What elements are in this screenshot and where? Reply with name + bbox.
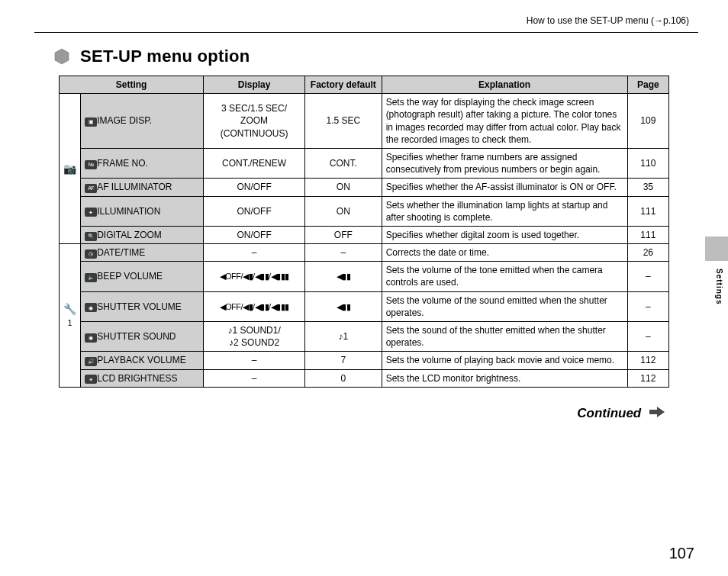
setting-cell: №FRAME NO. xyxy=(81,148,204,178)
col-setting: Setting xyxy=(60,76,204,94)
category-camera-icon: 📷 xyxy=(60,94,81,244)
table-row: ✦ILLUMINATIONON/OFFONSets whether the il… xyxy=(60,196,669,226)
setting-name: AF ILLUMINATOR xyxy=(97,182,172,192)
table-row: 🔧1◷DATE/TIME––Corrects the date or time.… xyxy=(60,244,669,262)
setting-name: PLAYBACK VOLUME xyxy=(97,355,185,365)
page-cell: 111 xyxy=(627,226,668,243)
setting-icon: 🔊 xyxy=(85,357,97,366)
explanation-cell: Specifies whether the AF-assist illumina… xyxy=(382,179,627,196)
explanation-cell: Sets the sound of the shutter emitted wh… xyxy=(382,322,627,352)
table-row: 🔈BEEP VOLUME◀OFF/◀▮/◀▮▮/◀▮▮▮◀▮▮Sets the … xyxy=(60,262,669,291)
setting-name: BEEP VOLUME xyxy=(97,271,163,282)
hexagon-icon xyxy=(54,48,69,65)
setting-cell: ◉SHUTTER SOUND xyxy=(81,322,204,352)
setting-name: DIGITAL ZOOM xyxy=(97,230,162,240)
display-cell: ◀OFF/◀▮/◀▮▮/◀▮▮▮ xyxy=(204,291,305,321)
setting-name: ILLUMINATION xyxy=(97,206,160,217)
default-cell: 0 xyxy=(305,369,382,387)
default-cell: ON xyxy=(305,196,382,226)
default-cell: 1.5 SEC xyxy=(305,94,382,149)
arrow-right-icon xyxy=(649,406,665,421)
setting-name: DATE/TIME xyxy=(97,247,145,258)
explanation-cell: Sets the volume of the sound emitted whe… xyxy=(382,291,627,321)
col-page: Page xyxy=(627,76,668,94)
setting-name: IMAGE DISP. xyxy=(97,115,152,126)
setting-icon: AF xyxy=(85,184,97,193)
table-row: 🔊PLAYBACK VOLUME–7Sets the volume of pla… xyxy=(60,352,669,369)
setting-cell: 🔈BEEP VOLUME xyxy=(81,262,204,291)
display-cell: ◀OFF/◀▮/◀▮▮/◀▮▮▮ xyxy=(204,262,305,291)
default-cell: 7 xyxy=(305,352,382,369)
display-cell: ♪1 SOUND1/♪2 SOUND2 xyxy=(204,322,305,352)
setting-cell: ☀LCD BRIGHTNESS xyxy=(81,369,204,387)
setting-name: LCD BRIGHTNESS xyxy=(97,373,177,384)
page-cell: – xyxy=(627,262,668,291)
display-cell: – xyxy=(204,352,305,369)
explanation-cell: Specifies whether digital zoom is used t… xyxy=(382,226,627,243)
default-cell: ◀▮▮ xyxy=(305,262,382,291)
setting-cell: AFAF ILLUMINATOR xyxy=(81,179,204,196)
table-row: ☀LCD BRIGHTNESS–0Sets the LCD monitor br… xyxy=(60,369,669,387)
default-cell: – xyxy=(305,244,382,262)
setting-cell: ✦ILLUMINATION xyxy=(81,196,204,226)
explanation-cell: Specifies whether frame numbers are assi… xyxy=(382,148,627,178)
setting-cell: ◷DATE/TIME xyxy=(81,244,204,262)
setting-icon: ◷ xyxy=(85,249,97,259)
display-cell: 3 SEC/1.5 SEC/ZOOM (CONTINUOUS) xyxy=(204,94,305,149)
table-row: 📷▣IMAGE DISP.3 SEC/1.5 SEC/ZOOM (CONTINU… xyxy=(60,94,669,149)
setting-name: FRAME NO. xyxy=(97,158,148,169)
setting-icon: ☀ xyxy=(85,375,97,384)
category-wrench-icon: 🔧1 xyxy=(60,244,81,388)
svg-marker-1 xyxy=(649,407,665,417)
display-cell: CONT./RENEW xyxy=(204,148,305,178)
setting-icon: 🔍 xyxy=(85,232,97,241)
table-row: ◉SHUTTER SOUND♪1 SOUND1/♪2 SOUND2♪1Sets … xyxy=(60,322,669,352)
explanation-cell: Corrects the date or time. xyxy=(382,244,627,262)
page-cell: 35 xyxy=(627,179,668,196)
page-cell: 109 xyxy=(627,94,668,149)
display-cell: ON/OFF xyxy=(204,226,305,243)
side-label-settings: Settings xyxy=(715,269,723,304)
default-cell: CONT. xyxy=(305,148,382,178)
side-tab xyxy=(705,237,728,261)
display-cell: – xyxy=(204,369,305,387)
page-cell: 112 xyxy=(627,369,668,387)
setting-name: SHUTTER VOLUME xyxy=(97,301,182,312)
col-default: Factory default xyxy=(305,76,382,94)
setting-icon: № xyxy=(85,160,97,169)
setting-cell: ▣IMAGE DISP. xyxy=(81,94,204,149)
setting-name: SHUTTER SOUND xyxy=(97,331,176,342)
setting-icon: ✦ xyxy=(85,208,97,217)
explanation-cell: Sets the way for displaying the check im… xyxy=(382,94,627,149)
display-cell: – xyxy=(204,244,305,262)
page-cell: 26 xyxy=(627,244,668,262)
default-cell: ♪1 xyxy=(305,322,382,352)
header-reference: How to use the SET-UP menu (→p.106) xyxy=(34,15,698,26)
table-row: №FRAME NO.CONT./RENEWCONT.Specifies whet… xyxy=(60,148,669,178)
setup-menu-table: Setting Display Factory default Explanat… xyxy=(59,76,669,388)
page-cell: – xyxy=(627,291,668,321)
table-row: 🔍DIGITAL ZOOMON/OFFOFFSpecifies whether … xyxy=(60,226,669,243)
explanation-cell: Sets the volume of the tone emitted when… xyxy=(382,262,627,291)
svg-marker-0 xyxy=(55,49,69,64)
default-cell: ON xyxy=(305,179,382,196)
setting-icon: ◉ xyxy=(85,333,97,343)
page-cell: 112 xyxy=(627,352,668,369)
table-header-row: Setting Display Factory default Explanat… xyxy=(60,76,669,94)
setting-cell: 🔊PLAYBACK VOLUME xyxy=(81,352,204,369)
page-cell: 111 xyxy=(627,196,668,226)
col-explanation: Explanation xyxy=(382,76,627,94)
display-cell: ON/OFF xyxy=(204,196,305,226)
page-cell: 110 xyxy=(627,148,668,178)
setting-icon: ▣ xyxy=(85,117,97,127)
setting-cell: 🔍DIGITAL ZOOM xyxy=(81,226,204,243)
setting-icon: ◉ xyxy=(85,303,97,312)
divider xyxy=(34,32,698,33)
setting-cell: ◉SHUTTER VOLUME xyxy=(81,291,204,321)
table-row: AFAF ILLUMINATORON/OFFONSpecifies whethe… xyxy=(60,179,669,196)
table-row: ◉SHUTTER VOLUME◀OFF/◀▮/◀▮▮/◀▮▮▮◀▮▮Sets t… xyxy=(60,291,669,321)
default-cell: ◀▮▮ xyxy=(305,291,382,321)
default-cell: OFF xyxy=(305,226,382,243)
explanation-cell: Sets whether the illumination lamp light… xyxy=(382,196,627,226)
explanation-cell: Sets the volume of playing back movie an… xyxy=(382,352,627,369)
